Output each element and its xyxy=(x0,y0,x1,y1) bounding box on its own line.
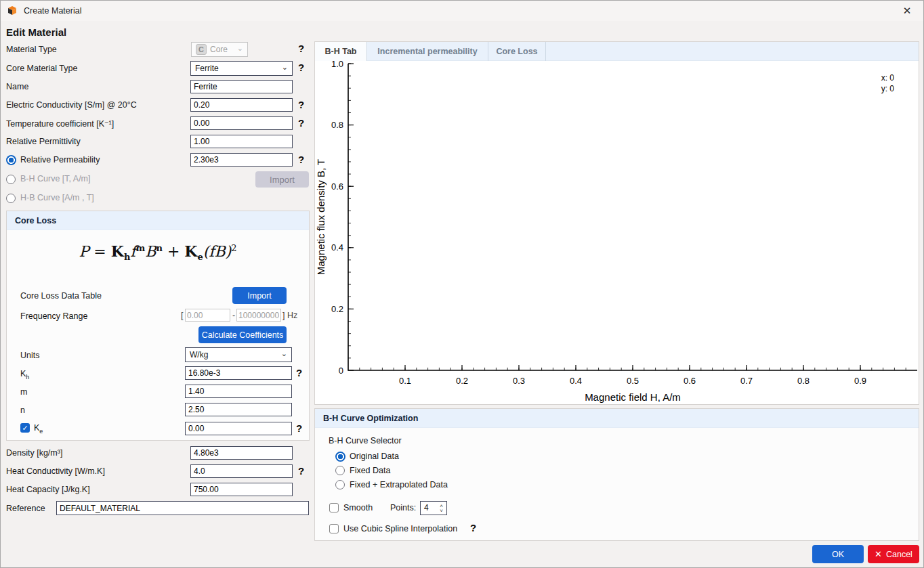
relative-permeability-help-icon[interactable]: ? xyxy=(298,154,304,165)
electric-conductivity-field[interactable] xyxy=(190,98,293,112)
close-icon[interactable]: ✕ xyxy=(896,2,918,20)
svg-text:0.8: 0.8 xyxy=(797,376,810,386)
material-type-select: C Core ⌄ xyxy=(191,42,248,57)
original-data-radio[interactable] xyxy=(335,452,345,462)
frequency-open-bracket: [ xyxy=(181,311,183,320)
frequency-unit: Hz xyxy=(287,311,297,320)
chevron-down-icon: ⌄ xyxy=(282,64,288,70)
formula-sub-e: e xyxy=(197,252,203,262)
relative-permittivity-field[interactable] xyxy=(190,135,293,148)
formula-P: P xyxy=(79,243,89,260)
units-select[interactable]: W/kg ⌄ xyxy=(185,347,292,362)
core-material-type-help-icon[interactable]: ? xyxy=(298,62,304,73)
core-loss-panel: Core Loss P = KhfmBn + Ke(fB)2 Core Loss… xyxy=(6,211,310,441)
m-field[interactable] xyxy=(185,385,292,398)
density-field[interactable] xyxy=(190,446,293,460)
chevron-down-icon: ⌄ xyxy=(281,350,287,357)
electric-conductivity-label: Electric Conductivity [S/m] @ 20°C xyxy=(6,100,137,110)
bh-curve-label: B-H Curve [T, A/m] xyxy=(20,174,91,183)
formula-Kh: K xyxy=(111,242,124,260)
n-field[interactable] xyxy=(185,403,292,416)
original-data-label: Original Data xyxy=(350,452,399,461)
fixed-extrapolated-data-radio[interactable] xyxy=(335,480,345,489)
formula-plus: + xyxy=(167,243,180,260)
m-label: m xyxy=(20,387,27,397)
calculate-coefficients-button[interactable]: Calculate Coefficients xyxy=(198,326,287,343)
fixed-extrapolated-data-label: Fixed + Extrapolated Data xyxy=(350,480,448,489)
frequency-range-label: Frequency Range xyxy=(20,311,87,321)
core-loss-import-button[interactable]: Import xyxy=(232,287,287,304)
relative-permeability-label: Relative Permeability xyxy=(20,155,100,165)
ok-button[interactable]: OK xyxy=(812,545,864,563)
kh-help-icon[interactable]: ? xyxy=(296,367,302,378)
points-stepper[interactable]: 4 ˄ ˅ xyxy=(420,501,447,515)
cancel-button[interactable]: ✕ Cancel xyxy=(868,545,919,563)
heat-conductivity-label: Heat Conductivity [W/m.K] xyxy=(6,466,105,476)
smooth-checkbox[interactable] xyxy=(329,503,339,512)
cursor-readout: x: 0 y: 0 xyxy=(881,72,894,94)
svg-text:0.8: 0.8 xyxy=(331,120,343,130)
heat-capacity-field[interactable] xyxy=(190,483,293,496)
material-type-label: Material Type xyxy=(6,45,57,54)
frequency-close-bracket: ] xyxy=(282,311,285,320)
frequency-dash: - xyxy=(232,311,235,320)
name-field[interactable] xyxy=(190,80,293,93)
chevron-down-icon[interactable]: ˅ xyxy=(440,508,443,513)
chevron-down-icon: ⌄ xyxy=(237,45,243,51)
ke-field[interactable] xyxy=(185,422,292,435)
ke-label: Ke xyxy=(34,423,43,435)
formula-eq: = xyxy=(93,243,106,260)
points-label: Points: xyxy=(390,503,416,512)
bh-plot[interactable]: 00.20.40.60.81.00.10.20.30.40.50.60.70.8… xyxy=(315,61,919,404)
density-label: Density [kg/m³] xyxy=(6,448,62,458)
electric-conductivity-help-icon[interactable]: ? xyxy=(298,99,304,110)
chart-tab-bar: B-H Tab Incremental permeability Core Lo… xyxy=(315,42,919,61)
heat-capacity-label: Heat Capacity [J/kg.K] xyxy=(6,485,90,494)
cubic-spline-checkbox[interactable] xyxy=(329,524,339,533)
svg-text:0.1: 0.1 xyxy=(399,376,411,386)
core-loss-header: Core Loss xyxy=(7,211,309,230)
tab-core-loss[interactable]: Core Loss xyxy=(488,42,546,61)
cancel-label: Cancel xyxy=(886,550,912,559)
kh-field[interactable] xyxy=(185,366,292,380)
formula-sup-m: m xyxy=(135,243,145,253)
formula-sup-2: 2 xyxy=(231,243,236,253)
units-value: W/kg xyxy=(190,350,281,359)
kh-label: Kh xyxy=(20,369,29,380)
tab-bh[interactable]: B-H Tab xyxy=(315,42,367,61)
fixed-data-label: Fixed Data xyxy=(350,466,390,475)
formula-sub-h: h xyxy=(124,252,130,262)
smooth-label: Smooth xyxy=(343,503,373,512)
hb-curve-label: H-B Curve [A/m , T] xyxy=(20,193,94,202)
reference-field[interactable] xyxy=(56,501,309,515)
title-bar: Create Material xyxy=(1,1,923,21)
material-type-help-icon[interactable]: ? xyxy=(298,43,304,54)
ke-help-icon[interactable]: ? xyxy=(296,422,302,434)
temperature-coefficient-field[interactable] xyxy=(190,116,293,130)
stepper-arrows[interactable]: ˄ ˅ xyxy=(436,502,446,515)
svg-text:0.6: 0.6 xyxy=(331,181,343,192)
bh-curve-selector-label: B-H Curve Selector xyxy=(329,436,402,445)
frequency-max-field xyxy=(236,309,281,322)
ke-checkbox[interactable]: ✓ xyxy=(20,423,30,433)
svg-text:0.6: 0.6 xyxy=(684,376,696,386)
relative-permeability-field[interactable] xyxy=(190,153,293,167)
n-label: n xyxy=(20,406,25,415)
formula-sup-n: n xyxy=(156,243,162,253)
heat-conductivity-field[interactable] xyxy=(190,464,293,478)
svg-text:1.0: 1.0 xyxy=(331,61,343,69)
fixed-data-radio[interactable] xyxy=(335,466,345,475)
relative-permittivity-label: Relative Permittivity xyxy=(6,137,81,146)
bh-curve-radio xyxy=(6,175,16,184)
svg-text:0: 0 xyxy=(339,366,343,376)
temperature-coefficient-help-icon[interactable]: ? xyxy=(298,117,304,129)
svg-text:0.9: 0.9 xyxy=(854,376,866,386)
core-badge: C xyxy=(196,44,207,55)
tab-incremental-permeability[interactable]: Incremental permeability xyxy=(367,42,488,61)
core-material-type-select[interactable]: Ferrite ⌄ xyxy=(190,61,293,76)
svg-text:0.5: 0.5 xyxy=(627,376,639,386)
heat-conductivity-help-icon[interactable]: ? xyxy=(298,465,304,477)
cubic-spline-help-icon[interactable]: ? xyxy=(470,522,476,533)
relative-permeability-radio[interactable] xyxy=(6,155,16,165)
window-title: Create Material xyxy=(24,6,81,16)
